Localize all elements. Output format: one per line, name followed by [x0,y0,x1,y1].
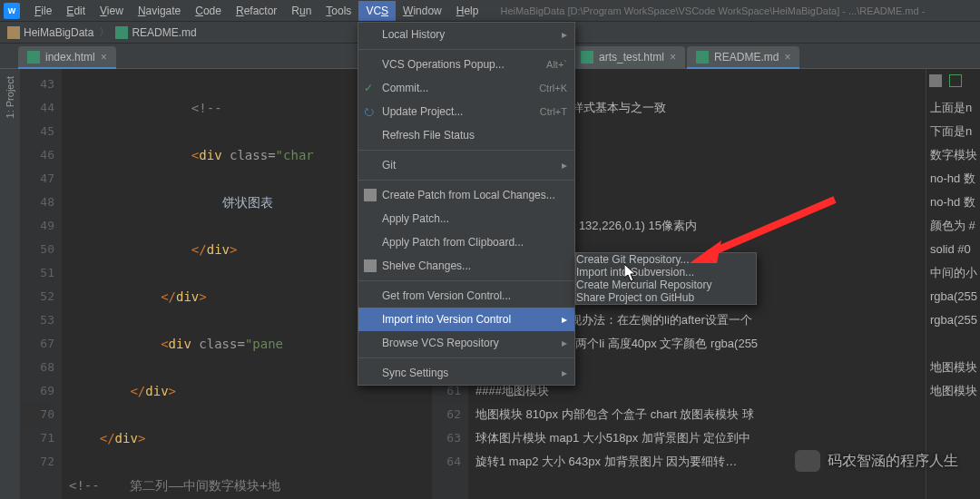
menu-code[interactable]: Code [188,1,229,21]
shelve-icon [364,259,377,272]
close-icon[interactable]: × [784,51,790,64]
preview-line: 地图模块 810px 内部包含 个盒子 chart 放图表模块 球 [475,407,754,421]
tab-label: index.html [45,51,95,64]
menu-item-apply-patch-clipboard[interactable]: Apply Patch from Clipboard... [358,230,574,254]
main-menu-bar: W File Edit View Navigate Code Refactor … [0,0,980,22]
patch-icon [364,189,377,201]
close-icon[interactable]: × [101,51,107,64]
preview-action-icon[interactable] [929,74,942,87]
breadcrumb-separator: 〉 [99,24,110,40]
markdown-file-icon [696,51,709,64]
folder-icon [7,26,20,39]
html-file-icon [581,51,593,64]
menu-separator [358,280,574,281]
submenu-create-hg-repo[interactable]: Create Mercurial Repository [576,279,756,291]
menu-item-browse-vcs[interactable]: Browse VCS Repository▸ [358,331,574,355]
menu-item-apply-patch[interactable]: Apply Patch... [358,207,574,230]
menu-tools[interactable]: Tools [318,1,358,21]
strip-line: 中间的小 [930,261,976,285]
menu-separator [358,150,574,151]
menu-file[interactable]: File [27,1,59,21]
strip-line: 颜色为 # [930,214,976,238]
submenu-create-git-repo[interactable]: Create Git Repository... [576,253,756,266]
strip-line: 下面是n [930,120,976,143]
editor-tabs-right: arts_test.html × README.md × [572,44,980,69]
menu-help[interactable]: Help [449,1,486,21]
watermark: 码农智涵的程序人生 [795,450,958,472]
markdown-file-icon [115,26,128,39]
strip-line: 地图模块 [930,356,976,379]
vcs-dropdown-menu: Local History▸ VCS Operations Popup...Al… [358,22,575,386]
project-tool-label[interactable]: 1: Project [5,76,15,118]
menu-item-get-from-vcs[interactable]: Get from Version Control... [358,284,574,308]
right-strip-pane[interactable]: 上面是n 下面是n 数字模块 no-hd 数 no-hd 数 颜色为 # sol… [926,69,980,499]
menu-item-refresh-status[interactable]: Refresh File Status [358,123,574,147]
breadcrumb-file[interactable]: README.md [115,26,196,39]
chevron-right-icon: ▸ [562,313,567,326]
tab-arts-test[interactable]: arts_test.html × [572,46,685,68]
menu-separator [358,357,574,358]
menu-run[interactable]: Run [284,1,318,21]
menu-refactor[interactable]: Refactor [229,1,284,21]
chevron-right-icon: ▸ [562,28,567,41]
strip-line: no-hd 数 [930,167,976,191]
import-vcs-submenu: Create Git Repository... Import into Sub… [575,252,757,305]
strip-line: 数字模块 [930,143,976,167]
menu-item-commit[interactable]: ✓Commit...Ctrl+K [358,76,574,100]
tool-window-bar[interactable]: 1: Project [0,69,20,499]
window-title-path: HeiMaBigData [D:\Program WorkSpace\VSCod… [500,5,925,16]
menu-item-vcs-popup[interactable]: VCS Operations Popup...Alt+` [358,53,574,76]
close-icon[interactable]: × [670,51,676,64]
menu-window[interactable]: Window [396,1,449,21]
breadcrumb-project[interactable]: HeiMaBigData [7,26,93,39]
line-gutter: 43 44 45 46 47 48 49 50 51 52 53 67 68 6… [20,69,62,499]
strip-line: rgba(255 [930,308,976,332]
preview-toolbar [929,74,962,87]
menu-item-create-patch[interactable]: Create Patch from Local Changes... [358,183,574,207]
menu-item-import-vcs[interactable]: Import into Version Control▸ [358,308,574,331]
menu-vcs[interactable]: VCS [358,1,396,21]
tab-readme[interactable]: README.md × [687,46,799,68]
html-file-icon [27,51,40,64]
menu-item-sync-settings[interactable]: Sync Settings▸ [358,361,574,385]
update-icon: ⭮ [364,105,377,118]
strip-line: 上面是n [930,96,976,120]
breadcrumb-file-label: README.md [132,26,196,39]
breadcrumb-project-label: HeiMaBigData [24,26,93,39]
submenu-share-github[interactable]: Share Project on GitHub [576,291,756,304]
menu-edit[interactable]: Edit [59,1,93,21]
menu-separator [358,180,574,181]
strip-line: solid #0 [930,238,976,261]
preview-line: 球体图片模块 map1 大小518px 加背景图片 定位到中 [475,431,750,445]
chevron-right-icon: ▸ [562,159,567,171]
tab-index-html[interactable]: index.html × [18,46,116,68]
preview-line: 旋转1 map2 大小 643px 加背景图片 因为要细转… [475,455,737,468]
check-icon: ✓ [364,82,377,94]
strip-line: rgba(255 [930,285,976,308]
app-logo: W [4,3,20,19]
tab-label: README.md [714,51,779,64]
menu-navigate[interactable]: Navigate [131,1,188,21]
preview-valid-icon[interactable] [949,74,962,87]
menu-item-git[interactable]: Git▸ [358,153,574,177]
preview-line: ####地图模块 [475,384,549,397]
menu-item-shelve-changes[interactable]: Shelve Changes... [358,254,574,278]
submenu-import-svn[interactable]: Import into Subversion... [576,266,756,279]
tab-label: arts_test.html [599,51,664,64]
menu-view[interactable]: View [93,1,131,21]
menu-item-local-history[interactable]: Local History▸ [358,23,574,46]
watermark-text: 码农智涵的程序人生 [828,452,958,471]
strip-line: 地图模块 [930,379,976,403]
menu-separator [358,49,574,50]
menu-item-update-project[interactable]: ⭮Update Project...Ctrl+T [358,100,574,123]
strip-line: no-hd 数 [930,191,976,214]
wechat-icon [795,450,820,472]
chevron-right-icon: ▸ [562,337,567,349]
chevron-right-icon: ▸ [562,367,567,379]
